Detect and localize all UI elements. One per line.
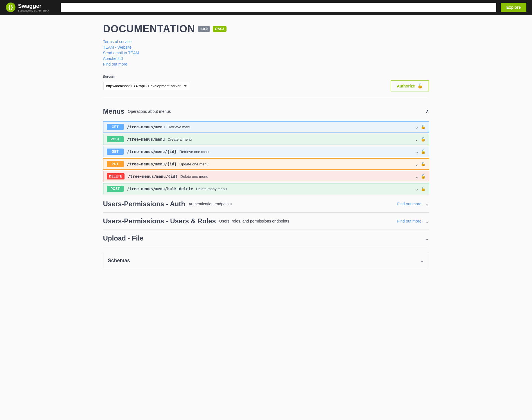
method-badge-delete: DELETE — [107, 173, 124, 179]
endpoint-summary: Delete one menu — [180, 174, 415, 179]
logo-area: {} Swagger Supported by SMARTBEAR — [6, 2, 56, 12]
method-badge-post: POST — [107, 186, 124, 192]
title-area: DOCUMENTATION 1.0.0 OAS3 — [103, 23, 429, 35]
logo-subtitle: Supported by SMARTBEAR — [18, 9, 49, 12]
license-link[interactable]: Apache 2.0 — [103, 56, 429, 61]
chevron-down-icon: ⌄ — [415, 124, 418, 130]
oas-badge: OAS3 — [213, 26, 227, 32]
endpoint-delete-tree-menus-menu-id[interactable]: DELETE /tree-menus/menu/{id} Delete one … — [103, 171, 429, 182]
endpoint-path: /tree-menus/menu/{id} — [127, 162, 177, 166]
authorize-label: Authorize — [397, 84, 415, 88]
section-users-permissions-auth-desc: Authentication endpoints — [189, 202, 232, 206]
swagger-logo-icon: {} — [6, 2, 16, 12]
find-out-more-link[interactable]: Find out more — [103, 62, 429, 66]
method-badge-get: GET — [107, 149, 124, 155]
chevron-down-icon: ⌄ — [415, 186, 418, 192]
endpoint-path: /tree-menus/menu — [127, 137, 165, 142]
chevron-down-icon: ⌄ — [415, 137, 418, 142]
find-out-more-link[interactable]: Find out more — [397, 202, 421, 206]
endpoint-summary: Update one menu — [180, 162, 415, 166]
endpoint-summary: Retrieve one menu — [180, 150, 415, 154]
main-divider — [103, 97, 429, 97]
lock-icon: 🔓 — [421, 187, 425, 191]
authorize-button[interactable]: Authorize 🔓 — [391, 80, 429, 91]
info-links: Terms of service TEAM - Website Send ema… — [103, 39, 429, 66]
search-input[interactable] — [61, 3, 496, 12]
logo-title: Swagger — [18, 3, 41, 9]
chevron-down-icon: ⌄ — [425, 218, 429, 224]
section-users-permissions-auth[interactable]: Users-Permissions - Auth Authentication … — [103, 196, 429, 213]
chevron-down-icon: ⌄ — [415, 161, 418, 167]
lock-icon: 🔓 — [417, 83, 423, 89]
section-menus-name: Menus — [103, 107, 124, 115]
endpoint-post-tree-menus-menu-bulk-delete[interactable]: POST /tree-menus/menu/bulk-delete Delete… — [103, 183, 429, 194]
servers-row: http://localhost:1337/api - Development … — [103, 80, 429, 91]
chevron-down-icon: ⌄ — [415, 149, 418, 154]
section-users-permissions-auth-name: Users-Permissions - Auth — [103, 200, 185, 208]
version-badge: 1.0.0 — [198, 26, 210, 32]
endpoint-put-tree-menus-menu-id[interactable]: PUT /tree-menus/menu/{id} Update one men… — [103, 158, 429, 170]
terms-of-service-link[interactable]: Terms of service — [103, 39, 429, 44]
team-website-link[interactable]: TEAM - Website — [103, 45, 429, 50]
chevron-up-icon: ∧ — [425, 108, 429, 114]
endpoint-path: /tree-menus/menu/{id} — [127, 149, 177, 154]
section-users-roles-desc: Users, roles, and permissions endpoints — [219, 219, 289, 223]
method-badge-post: POST — [107, 136, 124, 142]
endpoint-summary: Delete many menu — [196, 187, 415, 191]
lock-icon: 🔓 — [421, 149, 425, 154]
lock-icon: 🔓 — [421, 137, 425, 142]
endpoint-summary: Create a menu — [167, 137, 415, 142]
menus-endpoints: GET /tree-menus/menu Retrieve menu ⌄ 🔓 P… — [103, 121, 429, 194]
endpoint-path: /tree-menus/menu — [127, 125, 165, 129]
method-badge-get: GET — [107, 124, 124, 130]
endpoint-post-tree-menus-menu[interactable]: POST /tree-menus/menu Create a menu ⌄ 🔓 — [103, 134, 429, 145]
find-out-more-link[interactable]: Find out more — [397, 219, 421, 223]
chevron-down-icon: ⌄ — [425, 235, 429, 241]
svg-text:{}: {} — [8, 4, 13, 10]
servers-label: Servers — [103, 75, 429, 79]
endpoint-summary: Retrieve menu — [167, 125, 415, 129]
section-users-roles-name: Users-Permissions - Users & Roles — [103, 217, 216, 225]
section-menus-desc: Operations about menus — [128, 109, 171, 114]
main-content: DOCUMENTATION 1.0.0 OAS3 Terms of servic… — [98, 15, 435, 277]
servers-section: Servers http://localhost:1337/api - Deve… — [103, 75, 429, 91]
endpoint-path: /tree-menus/menu/bulk-delete — [127, 187, 193, 191]
explore-button[interactable]: Explore — [501, 3, 526, 12]
chevron-down-icon: ⌄ — [420, 257, 424, 264]
schemas-section[interactable]: Schemas ⌄ — [103, 253, 429, 268]
sections-list: Menus Operations about menus ∧ GET /tree… — [103, 103, 429, 268]
chevron-down-icon: ⌄ — [415, 174, 418, 179]
lock-icon: 🔓 — [421, 174, 425, 179]
header: {} Swagger Supported by SMARTBEAR Explor… — [0, 0, 532, 15]
lock-icon: 🔓 — [421, 125, 425, 129]
chevron-down-icon: ⌄ — [425, 201, 429, 207]
lock-icon: 🔓 — [421, 162, 425, 166]
endpoint-get-tree-menus-menu-id[interactable]: GET /tree-menus/menu/{id} Retrieve one m… — [103, 146, 429, 157]
method-badge-put: PUT — [107, 161, 124, 167]
server-select[interactable]: http://localhost:1337/api - Development … — [103, 82, 189, 90]
page-title: DOCUMENTATION — [103, 23, 195, 35]
endpoint-path: /tree-menus/menu/{id} — [128, 174, 178, 179]
section-menus[interactable]: Menus Operations about menus ∧ — [103, 103, 429, 120]
section-upload-file[interactable]: Upload - File ⌄ — [103, 230, 429, 247]
send-email-link[interactable]: Send email to TEAM — [103, 51, 429, 55]
endpoint-get-tree-menus-menu[interactable]: GET /tree-menus/menu Retrieve menu ⌄ 🔓 — [103, 121, 429, 132]
section-users-permissions-users-roles[interactable]: Users-Permissions - Users & Roles Users,… — [103, 213, 429, 230]
section-upload-file-name: Upload - File — [103, 234, 144, 242]
schemas-title: Schemas — [108, 258, 130, 264]
